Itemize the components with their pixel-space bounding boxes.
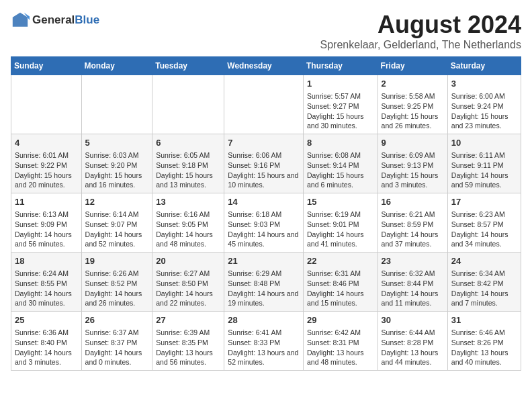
day-number: 23 bbox=[382, 255, 444, 267]
day-info: Sunrise: 6:36 AMSunset: 8:40 PMDaylight:… bbox=[15, 328, 78, 367]
day-info: Sunrise: 6:05 AMSunset: 9:18 PMDaylight:… bbox=[156, 150, 220, 190]
day-info: Sunrise: 6:19 AMSunset: 9:01 PMDaylight:… bbox=[307, 210, 374, 249]
calendar-cell bbox=[81, 75, 152, 134]
day-number: 12 bbox=[85, 196, 149, 208]
day-info: Sunrise: 6:46 AMSunset: 8:26 PMDaylight:… bbox=[451, 328, 517, 367]
calendar-week-row: 25Sunrise: 6:36 AMSunset: 8:40 PMDayligh… bbox=[11, 312, 521, 371]
day-number: 7 bbox=[228, 137, 300, 149]
calendar-cell: 16Sunrise: 6:21 AMSunset: 8:59 PMDayligh… bbox=[378, 193, 447, 253]
day-header-sunday: Sunday bbox=[11, 57, 82, 75]
day-info: Sunrise: 6:11 AMSunset: 9:11 PMDaylight:… bbox=[451, 150, 517, 190]
calendar-cell: 5Sunrise: 6:03 AMSunset: 9:20 PMDaylight… bbox=[81, 134, 152, 193]
day-info: Sunrise: 6:41 AMSunset: 8:33 PMDaylight:… bbox=[228, 328, 300, 367]
day-number: 14 bbox=[228, 196, 300, 208]
day-number: 9 bbox=[382, 137, 444, 149]
calendar-cell bbox=[152, 75, 224, 134]
day-info: Sunrise: 6:03 AMSunset: 9:20 PMDaylight:… bbox=[85, 150, 149, 190]
logo: GeneralBlue bbox=[11, 11, 99, 30]
calendar-cell: 31Sunrise: 6:46 AMSunset: 8:26 PMDayligh… bbox=[447, 312, 521, 371]
day-header-saturday: Saturday bbox=[447, 57, 521, 75]
calendar-cell: 12Sunrise: 6:14 AMSunset: 9:07 PMDayligh… bbox=[81, 193, 152, 253]
day-number: 10 bbox=[451, 137, 517, 149]
day-header-tuesday: Tuesday bbox=[152, 57, 224, 75]
calendar-week-row: 1Sunrise: 5:57 AMSunset: 9:27 PMDaylight… bbox=[11, 75, 521, 134]
calendar-cell: 13Sunrise: 6:16 AMSunset: 9:05 PMDayligh… bbox=[152, 193, 224, 253]
calendar-cell: 30Sunrise: 6:44 AMSunset: 8:28 PMDayligh… bbox=[378, 312, 447, 371]
page-subtitle: Sprenkelaar, Gelderland, The Netherlands bbox=[320, 39, 521, 51]
calendar-cell: 18Sunrise: 6:24 AMSunset: 8:55 PMDayligh… bbox=[11, 253, 82, 312]
calendar-cell: 27Sunrise: 6:39 AMSunset: 8:35 PMDayligh… bbox=[152, 312, 224, 371]
day-info: Sunrise: 6:26 AMSunset: 8:52 PMDaylight:… bbox=[85, 269, 149, 308]
title-area: August 2024 Sprenkelaar, Gelderland, The… bbox=[320, 11, 521, 51]
calendar-cell: 6Sunrise: 6:05 AMSunset: 9:18 PMDaylight… bbox=[152, 134, 224, 193]
day-info: Sunrise: 6:44 AMSunset: 8:28 PMDaylight:… bbox=[382, 328, 444, 367]
calendar-cell: 2Sunrise: 5:58 AMSunset: 9:25 PMDaylight… bbox=[378, 75, 447, 134]
day-info: Sunrise: 6:06 AMSunset: 9:16 PMDaylight:… bbox=[228, 150, 300, 190]
day-info: Sunrise: 5:57 AMSunset: 9:27 PMDaylight:… bbox=[307, 91, 374, 131]
day-info: Sunrise: 6:00 AMSunset: 9:24 PMDaylight:… bbox=[451, 91, 517, 131]
calendar-cell: 9Sunrise: 6:09 AMSunset: 9:13 PMDaylight… bbox=[378, 134, 447, 193]
day-info: Sunrise: 6:37 AMSunset: 8:37 PMDaylight:… bbox=[85, 328, 149, 367]
calendar-cell bbox=[11, 75, 82, 134]
day-number: 31 bbox=[451, 314, 517, 326]
day-number: 16 bbox=[382, 196, 444, 208]
day-info: Sunrise: 6:09 AMSunset: 9:13 PMDaylight:… bbox=[382, 150, 444, 190]
header: GeneralBlue August 2024 Sprenkelaar, Gel… bbox=[11, 11, 521, 51]
day-number: 4 bbox=[15, 137, 78, 149]
day-info: Sunrise: 6:31 AMSunset: 8:46 PMDaylight:… bbox=[307, 269, 374, 308]
calendar-cell: 21Sunrise: 6:29 AMSunset: 8:48 PMDayligh… bbox=[224, 253, 304, 312]
day-info: Sunrise: 6:23 AMSunset: 8:57 PMDaylight:… bbox=[451, 210, 517, 249]
day-number: 19 bbox=[85, 255, 149, 267]
day-info: Sunrise: 6:39 AMSunset: 8:35 PMDaylight:… bbox=[156, 328, 220, 367]
calendar-table: SundayMondayTuesdayWednesdayThursdayFrid… bbox=[11, 56, 521, 371]
calendar-cell: 15Sunrise: 6:19 AMSunset: 9:01 PMDayligh… bbox=[303, 193, 378, 253]
day-info: Sunrise: 6:42 AMSunset: 8:31 PMDaylight:… bbox=[307, 328, 374, 367]
day-number: 3 bbox=[451, 78, 517, 90]
day-number: 8 bbox=[307, 137, 374, 149]
day-number: 2 bbox=[382, 78, 444, 90]
day-number: 1 bbox=[307, 78, 374, 90]
calendar-cell: 8Sunrise: 6:08 AMSunset: 9:14 PMDaylight… bbox=[303, 134, 378, 193]
calendar-cell: 29Sunrise: 6:42 AMSunset: 8:31 PMDayligh… bbox=[303, 312, 378, 371]
day-number: 11 bbox=[15, 196, 78, 208]
day-number: 13 bbox=[156, 196, 220, 208]
calendar-cell: 7Sunrise: 6:06 AMSunset: 9:16 PMDaylight… bbox=[224, 134, 304, 193]
day-number: 17 bbox=[451, 196, 517, 208]
day-info: Sunrise: 6:08 AMSunset: 9:14 PMDaylight:… bbox=[307, 150, 374, 190]
day-info: Sunrise: 6:24 AMSunset: 8:55 PMDaylight:… bbox=[15, 269, 78, 308]
day-header-friday: Friday bbox=[378, 57, 447, 75]
calendar-header-row: SundayMondayTuesdayWednesdayThursdayFrid… bbox=[11, 57, 521, 75]
calendar-cell: 19Sunrise: 6:26 AMSunset: 8:52 PMDayligh… bbox=[81, 253, 152, 312]
day-number: 21 bbox=[228, 255, 300, 267]
calendar-cell: 26Sunrise: 6:37 AMSunset: 8:37 PMDayligh… bbox=[81, 312, 152, 371]
day-info: Sunrise: 6:13 AMSunset: 9:09 PMDaylight:… bbox=[15, 210, 78, 249]
calendar-cell: 1Sunrise: 5:57 AMSunset: 9:27 PMDaylight… bbox=[303, 75, 378, 134]
day-number: 27 bbox=[156, 314, 220, 326]
day-info: Sunrise: 5:58 AMSunset: 9:25 PMDaylight:… bbox=[382, 91, 444, 131]
day-number: 26 bbox=[85, 314, 149, 326]
day-header-monday: Monday bbox=[81, 57, 152, 75]
day-info: Sunrise: 6:18 AMSunset: 9:03 PMDaylight:… bbox=[228, 210, 300, 249]
svg-marker-0 bbox=[13, 13, 28, 27]
calendar-cell: 22Sunrise: 6:31 AMSunset: 8:46 PMDayligh… bbox=[303, 253, 378, 312]
day-number: 30 bbox=[382, 314, 444, 326]
day-info: Sunrise: 6:21 AMSunset: 8:59 PMDaylight:… bbox=[382, 210, 444, 249]
logo-blue: Blue bbox=[75, 13, 99, 26]
day-number: 5 bbox=[85, 137, 149, 149]
day-info: Sunrise: 6:14 AMSunset: 9:07 PMDaylight:… bbox=[85, 210, 149, 249]
calendar-cell: 3Sunrise: 6:00 AMSunset: 9:24 PMDaylight… bbox=[447, 75, 521, 134]
day-number: 22 bbox=[307, 255, 374, 267]
day-info: Sunrise: 6:01 AMSunset: 9:22 PMDaylight:… bbox=[15, 150, 78, 190]
calendar-cell: 25Sunrise: 6:36 AMSunset: 8:40 PMDayligh… bbox=[11, 312, 82, 371]
day-number: 6 bbox=[156, 137, 220, 149]
day-info: Sunrise: 6:34 AMSunset: 8:42 PMDaylight:… bbox=[451, 269, 517, 308]
calendar-cell: 14Sunrise: 6:18 AMSunset: 9:03 PMDayligh… bbox=[224, 193, 304, 253]
calendar-week-row: 4Sunrise: 6:01 AMSunset: 9:22 PMDaylight… bbox=[11, 134, 521, 193]
day-info: Sunrise: 6:16 AMSunset: 9:05 PMDaylight:… bbox=[156, 210, 220, 249]
day-info: Sunrise: 6:27 AMSunset: 8:50 PMDaylight:… bbox=[156, 269, 220, 308]
day-number: 28 bbox=[228, 314, 300, 326]
page-title: August 2024 bbox=[320, 11, 521, 39]
calendar-cell bbox=[224, 75, 304, 134]
day-number: 20 bbox=[156, 255, 220, 267]
day-number: 18 bbox=[15, 255, 78, 267]
